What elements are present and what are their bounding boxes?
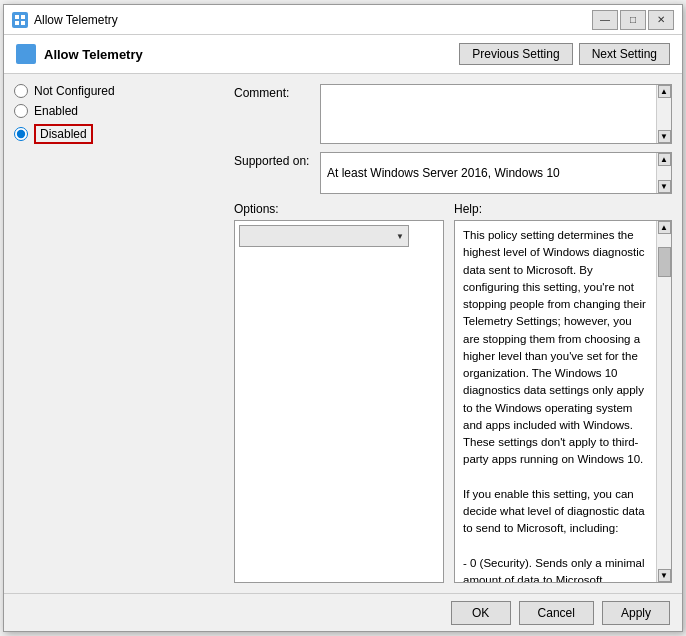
- help-text-content: This policy setting determines the highe…: [455, 221, 656, 582]
- next-setting-button[interactable]: Next Setting: [579, 43, 670, 65]
- supported-scroll-down[interactable]: ▼: [658, 180, 671, 193]
- comment-scrollbar: ▲ ▼: [656, 85, 671, 143]
- title-bar-controls: — □ ✕: [592, 10, 674, 30]
- minimize-button[interactable]: —: [592, 10, 618, 30]
- title-bar-left: Allow Telemetry: [12, 12, 118, 28]
- help-scroll-thumb[interactable]: [658, 247, 671, 277]
- supported-row: Supported on: At least Windows Server 20…: [234, 152, 672, 194]
- supported-value: At least Windows Server 2016, Windows 10: [321, 162, 671, 184]
- options-dropdown[interactable]: ▼: [239, 225, 409, 247]
- disabled-option[interactable]: Disabled: [14, 124, 224, 144]
- not-configured-radio[interactable]: [14, 84, 28, 98]
- comment-box: ▲ ▼: [320, 84, 672, 144]
- help-scrollbar: ▲ ▼: [656, 221, 671, 582]
- window-icon: [12, 12, 28, 28]
- svg-rect-3: [21, 21, 25, 25]
- maximize-button[interactable]: □: [620, 10, 646, 30]
- options-label: Options:: [234, 202, 444, 216]
- footer: OK Cancel Apply: [4, 593, 682, 631]
- main-window: Allow Telemetry — □ ✕ Allow Telemetry Pr…: [3, 4, 683, 632]
- help-box: This policy setting determines the highe…: [454, 220, 672, 583]
- help-label: Help:: [454, 202, 672, 216]
- header-icon: [16, 44, 36, 64]
- disabled-label: Disabled: [34, 124, 93, 144]
- supported-box: At least Windows Server 2016, Windows 10…: [320, 152, 672, 194]
- help-paragraph-3: - 0 (Security). Sends only a minimal amo…: [463, 555, 648, 582]
- title-bar: Allow Telemetry — □ ✕: [4, 5, 682, 35]
- enabled-option[interactable]: Enabled: [14, 104, 224, 118]
- apply-button[interactable]: Apply: [602, 601, 670, 625]
- comment-textarea[interactable]: [321, 85, 656, 143]
- scroll-down-arrow[interactable]: ▼: [658, 130, 671, 143]
- disabled-radio[interactable]: [14, 127, 28, 141]
- dropdown-arrow-icon: ▼: [396, 232, 404, 241]
- not-configured-option[interactable]: Not Configured: [14, 84, 224, 98]
- right-panel: Comment: ▲ ▼ Supported on: At least Wind…: [234, 84, 672, 583]
- help-scroll-down[interactable]: ▼: [658, 569, 671, 582]
- supported-label: Supported on:: [234, 152, 314, 168]
- ok-button[interactable]: OK: [451, 601, 511, 625]
- header-title: Allow Telemetry: [44, 47, 451, 62]
- enabled-label: Enabled: [34, 104, 78, 118]
- radio-group: Not Configured Enabled Disabled: [14, 84, 224, 144]
- window-title: Allow Telemetry: [34, 13, 118, 27]
- cancel-button[interactable]: Cancel: [519, 601, 594, 625]
- comment-row: Comment: ▲ ▼: [234, 84, 672, 144]
- supported-scroll-up[interactable]: ▲: [658, 153, 671, 166]
- comment-label: Comment:: [234, 84, 314, 100]
- not-configured-label: Not Configured: [34, 84, 115, 98]
- bottom-two-col: Options: ▼ Help: This policy setting det…: [234, 202, 672, 583]
- help-panel: Help: This policy setting determines the…: [454, 202, 672, 583]
- svg-rect-0: [15, 15, 19, 19]
- supported-scrollbar: ▲ ▼: [656, 153, 671, 193]
- header-bar: Allow Telemetry Previous Setting Next Se…: [4, 35, 682, 74]
- left-panel: Not Configured Enabled Disabled: [14, 84, 224, 583]
- scroll-up-arrow[interactable]: ▲: [658, 85, 671, 98]
- header-buttons: Previous Setting Next Setting: [459, 43, 670, 65]
- svg-rect-1: [21, 15, 25, 19]
- svg-rect-2: [15, 21, 19, 25]
- close-button[interactable]: ✕: [648, 10, 674, 30]
- previous-setting-button[interactable]: Previous Setting: [459, 43, 572, 65]
- help-paragraph-1: This policy setting determines the highe…: [463, 227, 648, 469]
- options-box: ▼: [234, 220, 444, 583]
- help-scroll-up[interactable]: ▲: [658, 221, 671, 234]
- options-panel: Options: ▼: [234, 202, 444, 583]
- content-area: Not Configured Enabled Disabled Comment:: [4, 74, 682, 593]
- enabled-radio[interactable]: [14, 104, 28, 118]
- help-paragraph-2: If you enable this setting, you can deci…: [463, 486, 648, 538]
